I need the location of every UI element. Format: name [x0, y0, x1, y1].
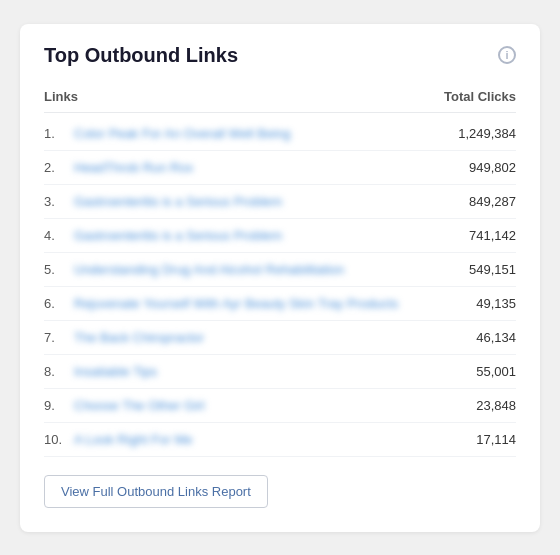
row-left: 7. The Back Chiropractor — [44, 330, 446, 345]
card-title: Top Outbound Links — [44, 44, 238, 67]
row-link[interactable]: Insatiable Tips — [74, 364, 157, 379]
row-clicks: 17,114 — [446, 432, 516, 447]
row-left: 5. Understanding Drug And Alcohol Rehabi… — [44, 262, 446, 277]
table-row: 2. HeadThrob Run Rox 949,802 — [44, 151, 516, 185]
row-left: 1. Color Peak For An Overall Well Being — [44, 126, 446, 141]
row-number: 4. — [44, 228, 66, 243]
table-row: 4. Gastroenteritis is a Serious Problem … — [44, 219, 516, 253]
table-row: 1. Color Peak For An Overall Well Being … — [44, 117, 516, 151]
row-left: 2. HeadThrob Run Rox — [44, 160, 446, 175]
table-row: 5. Understanding Drug And Alcohol Rehabi… — [44, 253, 516, 287]
table-row: 8. Insatiable Tips 55,001 — [44, 355, 516, 389]
table-row: 7. The Back Chiropractor 46,134 — [44, 321, 516, 355]
row-link[interactable]: Choose The Other Girl — [74, 398, 205, 413]
row-link[interactable]: HeadThrob Run Rox — [74, 160, 193, 175]
view-full-report-button[interactable]: View Full Outbound Links Report — [44, 475, 268, 508]
row-clicks: 49,135 — [446, 296, 516, 311]
row-number: 7. — [44, 330, 66, 345]
row-number: 2. — [44, 160, 66, 175]
row-number: 9. — [44, 398, 66, 413]
row-number: 1. — [44, 126, 66, 141]
row-link[interactable]: A Look Right For Me — [74, 432, 193, 447]
row-left: 10. A Look Right For Me — [44, 432, 446, 447]
col-links-header: Links — [44, 89, 78, 104]
row-left: 6. Rejuvenate Yourself With Ayr Beauty S… — [44, 296, 446, 311]
row-clicks: 23,848 — [446, 398, 516, 413]
table-row: 10. A Look Right For Me 17,114 — [44, 423, 516, 457]
row-left: 8. Insatiable Tips — [44, 364, 446, 379]
row-link[interactable]: Rejuvenate Yourself With Ayr Beauty Skin… — [74, 296, 398, 311]
row-number: 8. — [44, 364, 66, 379]
row-link[interactable]: Gastroenteritis is a Serious Problem — [74, 194, 282, 209]
row-link[interactable]: The Back Chiropractor — [74, 330, 204, 345]
table-header: Links Total Clicks — [44, 83, 516, 113]
row-clicks: 741,142 — [446, 228, 516, 243]
row-number: 3. — [44, 194, 66, 209]
card-header: Top Outbound Links i — [44, 44, 516, 67]
row-number: 6. — [44, 296, 66, 311]
row-number: 10. — [44, 432, 66, 447]
row-clicks: 849,287 — [446, 194, 516, 209]
row-left: 3. Gastroenteritis is a Serious Problem — [44, 194, 446, 209]
row-clicks: 549,151 — [446, 262, 516, 277]
table-row: 3. Gastroenteritis is a Serious Problem … — [44, 185, 516, 219]
row-left: 4. Gastroenteritis is a Serious Problem — [44, 228, 446, 243]
top-outbound-links-card: Top Outbound Links i Links Total Clicks … — [20, 24, 540, 532]
table-row: 6. Rejuvenate Yourself With Ayr Beauty S… — [44, 287, 516, 321]
row-clicks: 46,134 — [446, 330, 516, 345]
card-footer: View Full Outbound Links Report — [44, 475, 516, 508]
row-clicks: 1,249,384 — [446, 126, 516, 141]
table-row: 9. Choose The Other Girl 23,848 — [44, 389, 516, 423]
row-link[interactable]: Gastroenteritis is a Serious Problem — [74, 228, 282, 243]
row-link[interactable]: Color Peak For An Overall Well Being — [74, 126, 291, 141]
col-clicks-header: Total Clicks — [444, 89, 516, 104]
row-link[interactable]: Understanding Drug And Alcohol Rehabilit… — [74, 262, 344, 277]
row-clicks: 55,001 — [446, 364, 516, 379]
row-clicks: 949,802 — [446, 160, 516, 175]
table-body: 1. Color Peak For An Overall Well Being … — [44, 117, 516, 457]
info-icon[interactable]: i — [498, 46, 516, 64]
row-left: 9. Choose The Other Girl — [44, 398, 446, 413]
row-number: 5. — [44, 262, 66, 277]
